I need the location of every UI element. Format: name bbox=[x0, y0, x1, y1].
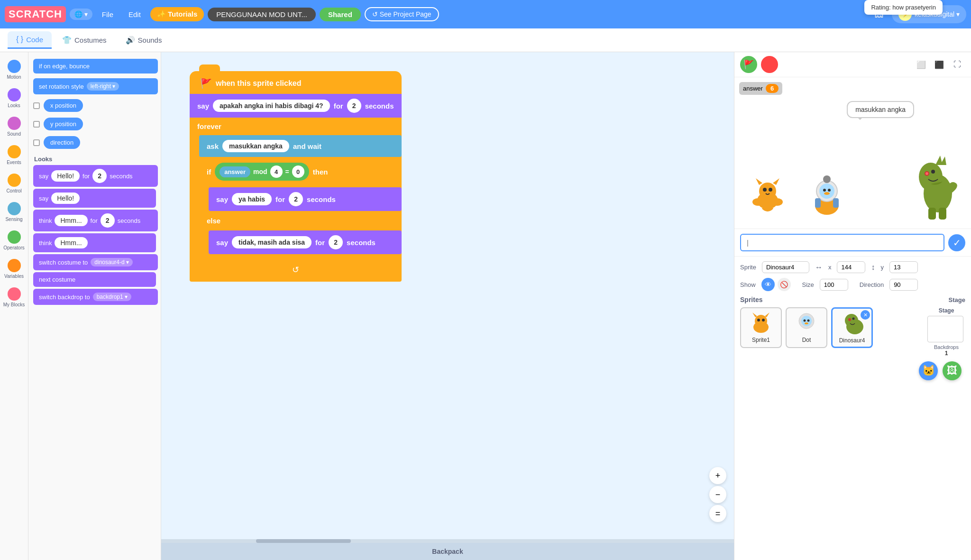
answer-submit-button[interactable]: ✓ bbox=[948, 234, 965, 251]
add-backdrop-button[interactable]: 🖼 bbox=[943, 361, 962, 380]
direction-checkbox[interactable] bbox=[33, 139, 40, 146]
category-myblocks[interactable]: My Blocks bbox=[1, 285, 27, 310]
say-label: say bbox=[197, 102, 209, 110]
show-hidden-icon[interactable]: 🚫 bbox=[778, 278, 791, 291]
block-categories: Motion Looks Sound Events Control Sensin… bbox=[0, 52, 28, 560]
show-visible-icon[interactable]: 👁 bbox=[761, 278, 775, 291]
block-set-rotation[interactable]: set rotation style left-right ▾ bbox=[33, 78, 158, 94]
project-name[interactable]: PENGGUNAAN MOD UNT... bbox=[208, 8, 316, 21]
block-switch-backdrop[interactable]: switch backdrop to backdrop1 ▾ bbox=[33, 289, 158, 305]
svg-point-36 bbox=[845, 314, 858, 327]
scratch-logo[interactable]: SCRATCH bbox=[5, 6, 66, 22]
rotation-dropdown[interactable]: left-right ▾ bbox=[87, 82, 119, 91]
ask-block[interactable]: ask masukkan angka and wait bbox=[199, 135, 402, 157]
file-menu[interactable]: File bbox=[96, 8, 119, 21]
y-input[interactable] bbox=[889, 261, 918, 273]
scrollbar-thumb[interactable] bbox=[256, 539, 351, 543]
sprite-cat[interactable] bbox=[749, 174, 787, 214]
block-label: x position bbox=[50, 102, 76, 109]
category-sensing-label: Sensing bbox=[5, 217, 22, 222]
for-label: for bbox=[91, 217, 98, 224]
layout-small-button[interactable]: ⬜ bbox=[913, 56, 929, 73]
block-think-hmm-for[interactable]: think Hmm... for 2 seconds bbox=[33, 210, 158, 231]
zoom-in-button[interactable]: + bbox=[709, 467, 726, 484]
say-block-2[interactable]: say ya habis for 2 seconds bbox=[209, 187, 402, 211]
category-looks[interactable]: Looks bbox=[1, 85, 27, 111]
events-dot bbox=[8, 145, 21, 158]
x-input[interactable] bbox=[837, 261, 865, 273]
stop-button[interactable] bbox=[761, 56, 778, 73]
block-if-on-edge[interactable]: if on edge, bounce bbox=[33, 59, 158, 73]
category-sensing[interactable]: Sensing bbox=[1, 199, 27, 225]
delete-icon[interactable]: ✕ bbox=[861, 310, 870, 320]
direction-input[interactable] bbox=[889, 279, 918, 291]
category-motion-label: Motion bbox=[7, 74, 21, 80]
size-input[interactable] bbox=[820, 279, 848, 291]
edit-menu[interactable]: Edit bbox=[123, 8, 147, 21]
if-label: if bbox=[207, 168, 211, 176]
category-variables[interactable]: Variables bbox=[1, 256, 27, 282]
category-motion[interactable]: Motion bbox=[1, 57, 27, 83]
block-say-hello[interactable]: say Hello! bbox=[33, 189, 156, 208]
horizontal-scrollbar[interactable] bbox=[161, 539, 734, 543]
hat-block-when-clicked[interactable]: 🚩 when this sprite clicked bbox=[190, 71, 402, 94]
block-label: if on edge, bounce bbox=[39, 63, 90, 70]
direction-label: Direction bbox=[860, 281, 884, 288]
tab-sounds[interactable]: 🔊 Sounds bbox=[117, 32, 171, 48]
category-sound[interactable]: Sound bbox=[1, 114, 27, 139]
svg-point-37 bbox=[848, 318, 851, 321]
zoom-fit-button[interactable]: = bbox=[709, 505, 726, 522]
shared-button[interactable]: Shared bbox=[320, 8, 361, 21]
x-position-checkbox[interactable] bbox=[33, 102, 40, 109]
category-operators[interactable]: Operators bbox=[1, 228, 27, 253]
svg-point-11 bbox=[823, 189, 826, 192]
block-switch-costume[interactable]: switch costume to dinosaur4-d ▾ bbox=[33, 254, 158, 270]
block-label: y position bbox=[50, 120, 76, 128]
layout-big-button[interactable]: ⬛ bbox=[931, 56, 947, 73]
if-header[interactable]: if answer mod 4 = 0 then bbox=[199, 158, 402, 185]
svg-point-34 bbox=[805, 322, 808, 324]
sprite-show-row: Show 👁 🚫 Size Direction bbox=[740, 278, 965, 291]
script-area[interactable]: 🚩 when this sprite clicked say apakah an… bbox=[161, 52, 734, 560]
stage-canvas-inner: answer 6 masukkan angka bbox=[734, 77, 971, 229]
sprite-item-dot[interactable]: Dot bbox=[786, 307, 827, 348]
backdrop-dropdown[interactable]: backdrop1 ▾ bbox=[93, 293, 131, 301]
see-project-page-button[interactable]: ↺ See Project Page bbox=[365, 7, 439, 21]
tutorials-button[interactable]: ✨ Tutorials bbox=[150, 7, 204, 21]
x-label: x bbox=[828, 264, 832, 271]
block-next-costume[interactable]: next costume bbox=[33, 272, 156, 287]
tab-costumes[interactable]: 👕 Costumes bbox=[54, 32, 115, 48]
think-text-input: Hmm... bbox=[55, 237, 87, 248]
category-events[interactable]: Events bbox=[1, 142, 27, 168]
sprite-item-sprite1[interactable]: Sprite1 bbox=[740, 307, 782, 348]
sprite-name-input[interactable] bbox=[762, 261, 809, 273]
block-say-hello-for[interactable]: say Hello! for 2 seconds bbox=[33, 165, 158, 187]
add-sprite-button[interactable]: 🐱 bbox=[919, 361, 938, 380]
costume-dropdown[interactable]: dinosaur4-d ▾ bbox=[91, 258, 133, 266]
category-control[interactable]: Control bbox=[1, 171, 27, 196]
block-x-position[interactable]: x position bbox=[44, 99, 83, 112]
block-think-hmm[interactable]: think Hmm... bbox=[33, 233, 156, 252]
layout-fullscreen-button[interactable]: ⛶ bbox=[949, 56, 965, 73]
block-y-position[interactable]: y position bbox=[44, 118, 83, 130]
forever-header[interactable]: forever bbox=[190, 118, 402, 135]
svg-point-29 bbox=[762, 319, 765, 321]
say-block-3[interactable]: say tidak, masih ada sisa for 2 seconds bbox=[209, 230, 402, 254]
language-selector[interactable]: 🌐 ▾ bbox=[70, 9, 92, 20]
sprite-dot[interactable] bbox=[806, 170, 848, 219]
secs-input: 2 bbox=[101, 213, 115, 228]
zoom-out-button[interactable]: − bbox=[709, 486, 726, 503]
svg-rect-23 bbox=[939, 208, 946, 220]
backpack-bar[interactable]: Backpack bbox=[161, 543, 734, 560]
say-block-1[interactable]: say apakah angka ini habis dibagi 4? for… bbox=[190, 94, 402, 118]
tab-code[interactable]: { } Code bbox=[8, 31, 52, 49]
green-flag-button[interactable]: 🚩 bbox=[740, 56, 757, 73]
stage-thumb[interactable] bbox=[927, 316, 963, 342]
sprite-item-dinosaur4[interactable]: ✕ Dinosaur4 bbox=[831, 307, 873, 348]
looks-section: Looks say Hello! for 2 seconds say Hello… bbox=[32, 156, 157, 305]
answer-input-field[interactable] bbox=[740, 234, 944, 251]
block-direction[interactable]: direction bbox=[44, 136, 80, 149]
sprite-dinosaur4[interactable] bbox=[905, 151, 962, 224]
y-position-checkbox[interactable] bbox=[33, 121, 40, 128]
say-label: say bbox=[216, 195, 228, 203]
